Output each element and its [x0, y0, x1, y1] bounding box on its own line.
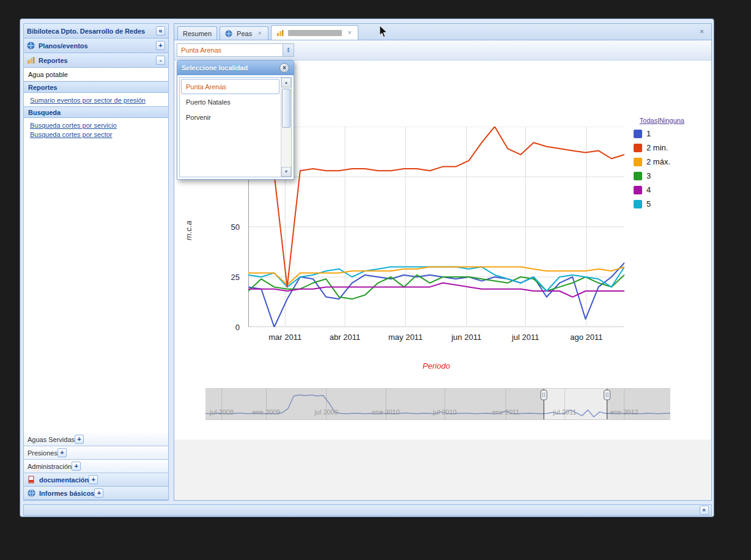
expand-tool[interactable]: + — [89, 475, 98, 484]
sidebar: Bibiloteca Dpto. Desarrollo de Redes « P… — [23, 23, 169, 501]
legend-swatch — [634, 172, 642, 180]
link-row: Sumario eventos por sector de presión — [24, 93, 168, 106]
link-busqueda-cortes-sector[interactable]: Busqueda cortes por sector — [30, 131, 113, 138]
accordion-header-presiones[interactable]: Presiones + — [24, 446, 168, 460]
x-tick-label: abr 2011 — [330, 333, 360, 342]
legend-label: 3 — [646, 171, 651, 180]
close-icon[interactable]: × — [256, 30, 263, 37]
expand-tool[interactable]: + — [94, 488, 103, 498]
chart-icon — [276, 29, 285, 37]
series-line-2 min. — [248, 127, 624, 287]
legend-label: 4 — [646, 185, 651, 194]
accordion-label: Administración — [28, 463, 72, 470]
legend: 12 min.2 máx.345 — [634, 127, 670, 211]
close-icon[interactable]: × — [279, 63, 289, 73]
expand-tool[interactable]: + — [57, 448, 67, 457]
range-tick-label: ene 2009 — [253, 408, 281, 416]
range-tick-label: ene 2012 — [610, 408, 638, 416]
globe-icon — [28, 489, 36, 498]
panel-filler — [24, 141, 168, 433]
group-header-busqueda: Busqueda — [24, 106, 168, 118]
scroll-down-icon[interactable]: ▼ — [281, 167, 291, 177]
tab-report-chart[interactable]: × — [271, 25, 358, 40]
y-tick-label: 0 — [219, 323, 240, 332]
list-item-punta-arenas[interactable]: Punta Arenas — [181, 79, 279, 94]
popup-body: Punta Arenas Puerto Natales Porvenir ▲ ▼ — [177, 75, 294, 179]
map-icon — [27, 42, 35, 50]
expand-tool[interactable]: + — [75, 435, 84, 444]
scroll-up-icon[interactable]: ▲ — [281, 78, 291, 87]
legend-swatch — [634, 158, 642, 166]
collapse-tool[interactable]: - — [156, 56, 165, 65]
popup-header[interactable]: Seleccione localidad × — [177, 61, 294, 75]
legend-item-1[interactable]: 1 — [634, 127, 670, 141]
accordion-header-informes-basicos[interactable]: Informes básicos + — [24, 487, 168, 500]
accordion-label: documentación — [39, 476, 89, 484]
link-busqueda-cortes-servicio[interactable]: Busqueda cortes por servicio — [30, 122, 117, 129]
combo-trigger-icon[interactable]: ▲▼ — [283, 43, 294, 57]
range-handle-left[interactable] — [541, 390, 547, 400]
accordion-header-administracion[interactable]: Administración + — [24, 460, 168, 473]
range-tick-label: jul 2010 — [433, 408, 457, 416]
popup-title: Seleccione localidad — [182, 64, 248, 72]
locality-list-items: Punta Arenas Puerto Natales Porvenir — [180, 78, 281, 177]
locality-list: Punta Arenas Puerto Natales Porvenir ▲ ▼ — [179, 77, 292, 177]
chart-icon — [27, 56, 35, 65]
tab-label: Resumen — [183, 30, 212, 37]
group-header-reportes: Reportes — [24, 81, 168, 93]
accordion-header-reportes[interactable]: Reportes - — [24, 53, 168, 68]
legend-item-2 min.[interactable]: 2 min. — [634, 141, 670, 155]
legend-item-3[interactable]: 3 — [634, 169, 670, 183]
tree-item-agua-potable[interactable]: Agua potable — [24, 68, 168, 81]
legend-controls: Todas|Ninguna — [615, 117, 684, 124]
link-sumario-eventos[interactable]: Sumario eventos por sector de presión — [30, 97, 146, 104]
tab-peas[interactable]: Peas × — [220, 26, 268, 40]
accordion-header-planos[interactable]: Planos/eventos + — [24, 39, 168, 53]
tab-resumen[interactable]: Resumen — [177, 26, 217, 40]
bottom-collapsed-bar: « — [23, 504, 712, 516]
x-tick-label: jun 2011 — [451, 333, 481, 342]
sidebar-header: Bibiloteca Dpto. Desarrollo de Redes « — [24, 24, 168, 39]
accordion-header-documentacion[interactable]: documentación + — [24, 473, 168, 487]
legend-select-none-link[interactable]: Ninguna — [659, 117, 684, 124]
range-selector[interactable]: jul 2008ene 2009jul 2009ene 2010jul 2010… — [205, 388, 670, 420]
document-icon — [28, 476, 36, 484]
panel-close-icon[interactable]: × — [698, 28, 706, 36]
chevron-up-icon: « — [701, 509, 708, 512]
x-axis-title: Periodo — [248, 361, 624, 370]
locality-combo[interactable]: Punta Arenas ▲▼ — [177, 43, 294, 57]
accordion-label: Aguas Servidas — [28, 436, 75, 443]
screen: Bibiloteca Dpto. Desarrollo de Redes « P… — [0, 0, 751, 560]
range-handle-right[interactable] — [604, 390, 610, 400]
legend-swatch — [634, 186, 642, 194]
reportes-panel: Agua potable Reportes Sumario eventos po… — [24, 68, 168, 433]
tab-title-redacted — [288, 30, 342, 36]
list-item-porvenir[interactable]: Porvenir — [181, 109, 279, 125]
app-window: Bibiloteca Dpto. Desarrollo de Redes « P… — [20, 18, 714, 517]
expand-tool[interactable]: + — [156, 41, 165, 50]
locality-combo-value[interactable]: Punta Arenas — [177, 43, 283, 57]
expand-tool[interactable]: + — [72, 462, 81, 471]
scrollbar-thumb[interactable] — [282, 89, 290, 128]
accordion-header-aguas-servidas[interactable]: Aguas Servidas + — [24, 433, 168, 446]
sidebar-title: Bibiloteca Dpto. Desarrollo de Redes — [27, 28, 145, 35]
range-tick-label: ene 2010 — [372, 408, 400, 416]
range-tick-label: jul 2009 — [314, 408, 338, 416]
series-line-4 — [248, 283, 624, 297]
legend-item-2 máx.[interactable]: 2 máx. — [634, 155, 670, 169]
legend-swatch — [634, 130, 642, 138]
range-tick-label: ene 2011 — [492, 408, 519, 416]
y-axis-title: m.c.a — [184, 218, 194, 243]
legend-item-4[interactable]: 4 — [634, 183, 670, 197]
x-tick-label: may 2011 — [388, 333, 423, 342]
x-tick-label: ago 2011 — [570, 333, 602, 342]
close-icon[interactable]: × — [346, 29, 353, 36]
collapse-sidebar-button[interactable]: « — [156, 26, 165, 35]
legend-item-5[interactable]: 5 — [634, 197, 670, 211]
list-item-puerto-natales[interactable]: Puerto Natales — [181, 94, 279, 109]
expand-south-panel-button[interactable]: « — [700, 506, 709, 515]
link-row: Busqueda cortes por servicio Busqueda co… — [24, 118, 168, 141]
scrollbar[interactable]: ▲ ▼ — [281, 78, 291, 177]
legend-select-all-link[interactable]: Todas — [640, 117, 657, 124]
accordion-label: Presiones — [28, 449, 57, 457]
